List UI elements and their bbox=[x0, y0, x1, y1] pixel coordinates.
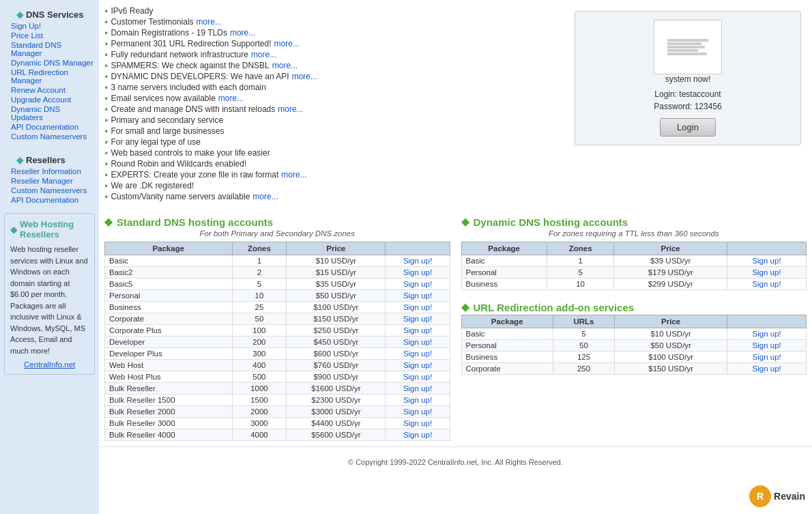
feature-item: For any legal type of use bbox=[104, 137, 566, 147]
pkg-name: Business bbox=[461, 352, 553, 363]
table-row: Basic5 5 $35 USD/yr Sign up! bbox=[105, 279, 450, 290]
sidebar-link-standard-dns-manager[interactable]: Standard DNS Manager bbox=[0, 40, 99, 58]
sidebar-link-api-documentation[interactable]: API Documentation bbox=[0, 122, 99, 132]
pkg-signup[interactable]: Sign up! bbox=[727, 363, 807, 375]
signup-link[interactable]: Sign up! bbox=[403, 361, 432, 369]
signup-link[interactable]: Sign up! bbox=[753, 353, 781, 361]
pkg-signup[interactable]: Sign up! bbox=[386, 325, 450, 337]
feature-more-link[interactable]: more... bbox=[281, 170, 306, 180]
feature-item: DYNAMIC DNS DEVELOPERS: We have an API m… bbox=[104, 71, 566, 82]
pkg-signup[interactable]: Sign up! bbox=[386, 290, 450, 302]
signup-link[interactable]: Sign up! bbox=[752, 268, 781, 276]
pkg-signup[interactable]: Sign up! bbox=[727, 279, 807, 290]
pkg-price: $250 USD/yr bbox=[287, 325, 386, 337]
login-button[interactable]: Login bbox=[660, 118, 716, 137]
reseller-link-custom-nameservers[interactable]: Custom Nameservers bbox=[0, 186, 99, 195]
table-row: Web Host Plus 500 $900 USD/yr Sign up! bbox=[105, 371, 450, 383]
pkg-signup[interactable]: Sign up! bbox=[386, 371, 450, 383]
reseller-link-api-documentation[interactable]: API Documentation bbox=[0, 195, 99, 205]
std-col-package: Package bbox=[105, 242, 233, 255]
pkg-signup[interactable]: Sign up! bbox=[727, 352, 807, 363]
signup-link[interactable]: Sign up! bbox=[403, 338, 432, 346]
signup-link[interactable]: Sign up! bbox=[403, 419, 432, 427]
sidebar-link-renew-account[interactable]: Renew Account bbox=[0, 85, 99, 95]
url-diamond-icon: ◆ bbox=[461, 301, 469, 313]
pkg-signup[interactable]: Sign up! bbox=[386, 395, 450, 406]
table-row: Web Host 400 $760 USD/yr Sign up! bbox=[105, 360, 450, 371]
pkg-price: $150 USD/yr bbox=[287, 313, 386, 325]
sidebar-link-price-list[interactable]: Price List bbox=[0, 31, 99, 40]
sidebar-link-custom-nameservers[interactable]: Custom Nameservers bbox=[0, 132, 99, 141]
signup-link[interactable]: Sign up! bbox=[752, 257, 781, 265]
url-col-urls: URLs bbox=[553, 315, 614, 328]
pkg-signup[interactable]: Sign up! bbox=[386, 313, 450, 325]
signup-link[interactable]: Sign up! bbox=[403, 268, 432, 276]
pkg-price: $760 USD/yr bbox=[287, 360, 386, 371]
signup-link[interactable]: Sign up! bbox=[403, 291, 432, 300]
pkg-signup[interactable]: Sign up! bbox=[386, 429, 450, 441]
signup-link[interactable]: Sign up! bbox=[752, 280, 781, 288]
signup-link[interactable]: Sign up! bbox=[403, 326, 432, 334]
revain-logo: R bbox=[749, 485, 771, 507]
feature-item: Permanent 301 URL Redirection Supported!… bbox=[104, 38, 566, 49]
signup-link[interactable]: Sign up! bbox=[753, 365, 781, 373]
std-col-signup bbox=[386, 242, 450, 255]
signup-link[interactable]: Sign up! bbox=[403, 280, 432, 288]
pkg-signup[interactable]: Sign up! bbox=[386, 418, 450, 429]
signup-link[interactable]: Sign up! bbox=[403, 384, 432, 392]
right-tables-section: ◆ Dynamic DNS hosting accounts For zones… bbox=[461, 216, 807, 441]
feature-more-link[interactable]: more... bbox=[278, 104, 303, 114]
signup-link[interactable]: Sign up! bbox=[753, 341, 781, 349]
pkg-signup[interactable]: Sign up! bbox=[386, 279, 450, 290]
sidebar-link-upgrade-account[interactable]: Upgrade Account bbox=[0, 95, 99, 104]
reseller-link-reseller-manager[interactable]: Reseller Manager bbox=[0, 176, 99, 186]
pkg-signup[interactable]: Sign up! bbox=[386, 337, 450, 348]
feature-more-link[interactable]: more... bbox=[274, 39, 299, 48]
web-hosting-text: Web hosting reseller services with Linux… bbox=[10, 244, 89, 356]
pkg-zones: 100 bbox=[232, 325, 287, 337]
pkg-signup[interactable]: Sign up! bbox=[386, 360, 450, 371]
signup-link[interactable]: Sign up! bbox=[403, 373, 432, 381]
signup-link[interactable]: Sign up! bbox=[403, 431, 432, 439]
feature-more-link[interactable]: more... bbox=[251, 50, 276, 59]
signup-link[interactable]: Sign up! bbox=[403, 396, 432, 404]
pkg-signup[interactable]: Sign up! bbox=[727, 255, 807, 267]
pkg-signup[interactable]: Sign up! bbox=[727, 267, 807, 279]
feature-more-link[interactable]: more... bbox=[230, 28, 255, 38]
feature-more-link[interactable]: more... bbox=[272, 61, 298, 70]
sidebar-link-sign-up[interactable]: Sign Up! bbox=[0, 21, 99, 31]
feature-item: For small and large businesses bbox=[104, 126, 566, 137]
signup-link[interactable]: Sign up! bbox=[753, 330, 781, 338]
feature-item: Email services now available more... bbox=[104, 93, 566, 104]
signup-link[interactable]: Sign up! bbox=[403, 303, 432, 311]
pkg-signup[interactable]: Sign up! bbox=[727, 328, 807, 340]
screenshot-thumbnail bbox=[654, 20, 722, 74]
pkg-zones: 25 bbox=[232, 302, 287, 313]
pkg-signup[interactable]: Sign up! bbox=[386, 383, 450, 395]
signup-link[interactable]: Sign up! bbox=[403, 349, 432, 358]
signup-link[interactable]: Sign up! bbox=[403, 257, 432, 265]
dynamic-dns-section: ◆ Dynamic DNS hosting accounts For zones… bbox=[461, 216, 807, 290]
signup-link[interactable]: Sign up! bbox=[403, 408, 432, 416]
feature-more-link[interactable]: more... bbox=[292, 72, 317, 81]
pkg-signup[interactable]: Sign up! bbox=[727, 340, 807, 352]
feature-more-link[interactable]: more... bbox=[197, 17, 222, 27]
centralinfo-link[interactable]: CentralInfo.net bbox=[10, 360, 89, 369]
pkg-signup[interactable]: Sign up! bbox=[386, 267, 450, 279]
sidebar-link-dynamic-dns-updaters[interactable]: Dynamic DNS Updaters bbox=[0, 104, 99, 122]
web-hosting-diamond-icon: ◆ bbox=[10, 225, 17, 235]
dyn-col-package: Package bbox=[461, 242, 547, 255]
signup-link[interactable]: Sign up! bbox=[403, 315, 432, 323]
pkg-name: Bulk Reseller 3000 bbox=[105, 418, 233, 429]
pkg-signup[interactable]: Sign up! bbox=[386, 348, 450, 360]
feature-more-link[interactable]: more... bbox=[218, 94, 244, 103]
sidebar-link-dynamic-dns-manager[interactable]: Dynamic DNS Manager bbox=[0, 58, 99, 68]
feature-more-link[interactable]: more... bbox=[252, 192, 278, 201]
pkg-signup[interactable]: Sign up! bbox=[386, 302, 450, 313]
pkg-name: Personal bbox=[461, 267, 547, 279]
pkg-signup[interactable]: Sign up! bbox=[386, 255, 450, 267]
sidebar-link-url-redirection-manager[interactable]: URL Redirection Manager bbox=[0, 68, 99, 85]
pkg-name: Web Host Plus bbox=[105, 371, 233, 383]
pkg-signup[interactable]: Sign up! bbox=[386, 406, 450, 418]
reseller-link-reseller-information[interactable]: Reseller Information bbox=[0, 167, 99, 176]
